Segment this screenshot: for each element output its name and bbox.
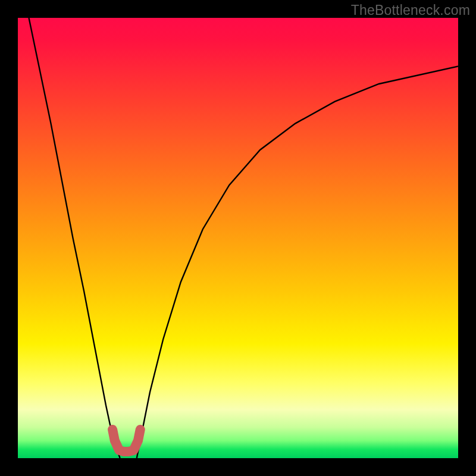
- plot-area: [18, 18, 458, 458]
- watermark-text: TheBottleneck.com: [351, 2, 470, 18]
- curve-left-branch: [29, 18, 120, 458]
- chart-frame: TheBottleneck.com: [0, 0, 476, 476]
- curve-right-branch: [137, 66, 458, 458]
- curves-svg: [18, 18, 458, 458]
- valley-marker: [112, 430, 140, 452]
